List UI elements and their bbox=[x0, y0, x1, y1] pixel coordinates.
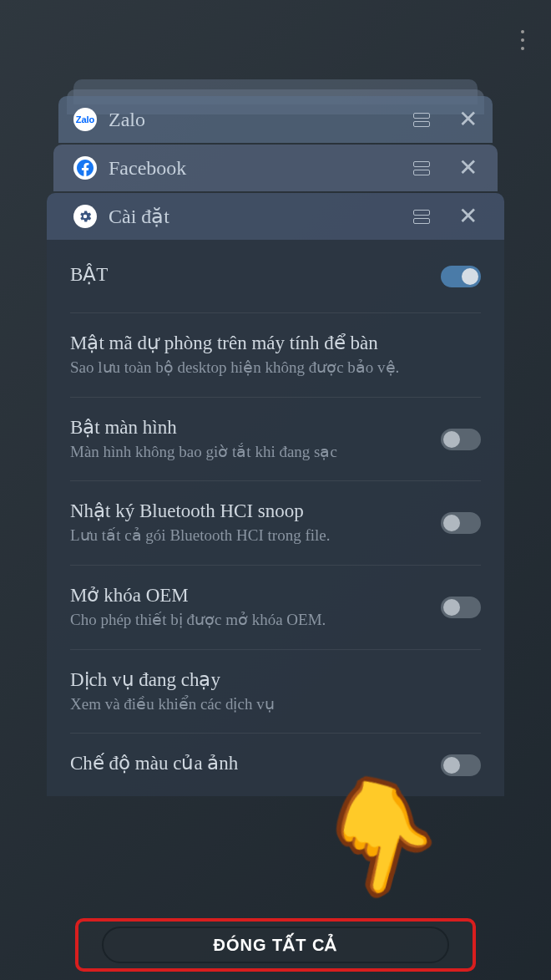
app-name-label: Zalo bbox=[109, 109, 402, 131]
setting-subtitle: Sao lưu toàn bộ desktop hiện không được … bbox=[70, 358, 481, 378]
setting-row[interactable]: Mở khóa OEM Cho phép thiết bị được mở kh… bbox=[70, 566, 481, 650]
facebook-icon bbox=[73, 156, 97, 180]
split-screen-icon[interactable] bbox=[413, 210, 430, 224]
setting-subtitle: Màn hình không bao giờ tắt khi đang sạc bbox=[70, 442, 441, 463]
recent-apps-stack: Zalo Zalo ✕ Facebook ✕ Cài đặt ✕ bbox=[58, 96, 493, 798]
app-card-zalo[interactable]: Zalo Zalo ✕ bbox=[58, 96, 493, 143]
setting-row[interactable]: Bật màn hình Màn hình không bao giờ tắt … bbox=[70, 398, 481, 482]
setting-title: Chế độ màu của ảnh bbox=[70, 752, 441, 774]
setting-row[interactable]: Dịch vụ đang chạy Xem và điều khiển các … bbox=[70, 650, 481, 734]
gear-icon bbox=[73, 205, 97, 228]
close-all-highlight: ĐÓNG TẤT CẢ bbox=[75, 918, 476, 972]
setting-subtitle: Xem và điều khiển các dịch vụ bbox=[70, 694, 481, 715]
toggle-switch[interactable] bbox=[441, 512, 481, 534]
zalo-icon: Zalo bbox=[73, 108, 97, 131]
setting-title: Nhật ký Bluetooth HCI snoop bbox=[70, 500, 441, 522]
setting-subtitle: Lưu tất cả gói Bluetooth HCI trong file. bbox=[70, 526, 441, 546]
setting-title: Dịch vụ đang chạy bbox=[70, 668, 481, 691]
close-icon[interactable]: ✕ bbox=[458, 156, 478, 180]
setting-title: BẬT bbox=[70, 263, 441, 286]
settings-content: BẬT Mật mã dự phòng trên máy tính để bàn… bbox=[47, 240, 504, 796]
toggle-switch[interactable] bbox=[441, 266, 481, 287]
app-name-label: Facebook bbox=[109, 157, 402, 180]
setting-title: Bật màn hình bbox=[70, 416, 441, 439]
setting-row-master[interactable]: BẬT bbox=[70, 240, 481, 313]
close-all-button[interactable]: ĐÓNG TẤT CẢ bbox=[102, 927, 448, 963]
setting-row[interactable]: Nhật ký Bluetooth HCI snoop Lưu tất cả g… bbox=[70, 481, 481, 566]
toggle-switch[interactable] bbox=[441, 597, 481, 618]
more-options-button[interactable] bbox=[521, 25, 524, 55]
setting-title: Mở khóa OEM bbox=[70, 584, 441, 607]
split-screen-icon[interactable] bbox=[413, 161, 430, 175]
app-name-label: Cài đặt bbox=[109, 205, 402, 228]
setting-title: Mật mã dự phòng trên máy tính để bàn bbox=[70, 332, 481, 354]
close-icon[interactable]: ✕ bbox=[458, 108, 478, 131]
app-card-facebook[interactable]: Facebook ✕ bbox=[58, 145, 493, 191]
app-card-settings[interactable]: Cài đặt ✕ BẬT Mật mã dự phòng trên máy t… bbox=[58, 193, 493, 796]
toggle-switch[interactable] bbox=[441, 429, 481, 450]
close-icon[interactable]: ✕ bbox=[458, 205, 478, 228]
setting-subtitle: Cho phép thiết bị được mở khóa OEM. bbox=[70, 610, 441, 631]
setting-row[interactable]: Mật mã dự phòng trên máy tính để bàn Sao… bbox=[70, 313, 481, 398]
split-screen-icon[interactable] bbox=[413, 113, 430, 127]
toggle-switch[interactable] bbox=[441, 754, 481, 776]
